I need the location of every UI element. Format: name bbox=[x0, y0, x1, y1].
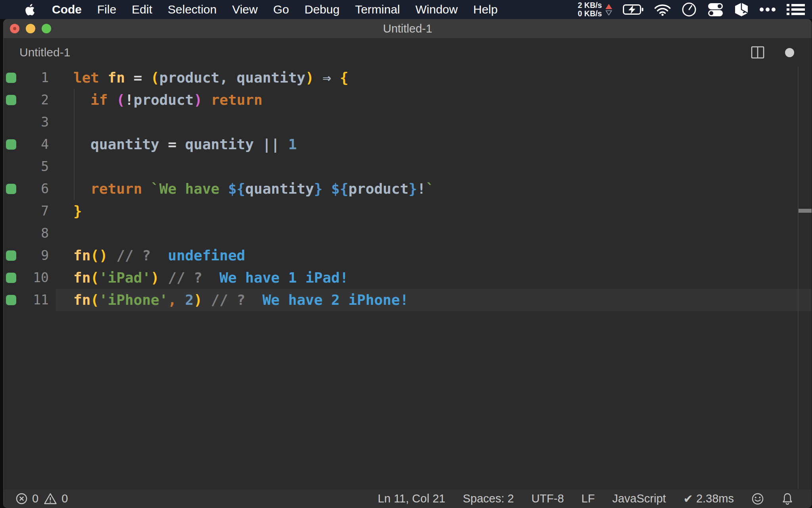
wifi-icon[interactable] bbox=[654, 4, 671, 16]
close-button[interactable] bbox=[10, 24, 19, 33]
apple-icon[interactable] bbox=[25, 3, 36, 16]
code-editor[interactable]: 1let fn = (product, quantity) ⇒ {2 if (!… bbox=[4, 67, 812, 489]
code-line-8[interactable]: 8 bbox=[4, 222, 812, 244]
eol-setting[interactable]: LF bbox=[581, 492, 595, 505]
menu-item-selection[interactable]: Selection bbox=[168, 3, 216, 16]
warning-count: 0 bbox=[61, 492, 68, 505]
open-file-label[interactable]: Untitled-1 bbox=[19, 46, 70, 59]
menu-item-terminal[interactable]: Terminal bbox=[355, 3, 400, 16]
menu-bar-status-items: 2 KB/s 0 KB/s bbox=[578, 1, 805, 18]
window-title-bar[interactable]: Untitled-1 bbox=[4, 19, 812, 38]
code-text: fn('iPhone', 2) // ? We have 2 iPhone! bbox=[73, 289, 408, 311]
encoding[interactable]: UTF-8 bbox=[531, 492, 564, 505]
list-icon[interactable] bbox=[787, 3, 805, 16]
line-number[interactable]: 5 bbox=[4, 156, 49, 178]
code-text: } bbox=[73, 200, 82, 222]
code-line-11[interactable]: 11fn('iPhone', 2) // ? We have 2 iPhone! bbox=[4, 289, 812, 311]
code-editor-window: Untitled-1 Untitled-1 1let fn = (product… bbox=[3, 19, 812, 508]
code-text: let fn = (product, quantity) ⇒ { bbox=[73, 67, 349, 89]
macos-menu-bar: CodeFileEditSelectionViewGoDebugTerminal… bbox=[0, 0, 812, 19]
code-line-6[interactable]: 6 return `We have ${quantity} ${product}… bbox=[4, 178, 812, 200]
line-number[interactable]: 1 bbox=[4, 67, 49, 89]
overflow-dots-icon[interactable] bbox=[759, 7, 776, 12]
clock-icon[interactable] bbox=[682, 2, 697, 17]
split-editor-icon[interactable] bbox=[751, 46, 764, 59]
error-circle-icon bbox=[15, 493, 28, 505]
net-upload-speed: 2 KB/s bbox=[578, 1, 602, 10]
editor-header: Untitled-1 bbox=[4, 38, 812, 67]
editor-lines: 1let fn = (product, quantity) ⇒ {2 if (!… bbox=[4, 67, 812, 311]
code-line-3[interactable]: 3 bbox=[4, 111, 812, 133]
cube-icon[interactable] bbox=[734, 2, 749, 17]
indent-guide bbox=[74, 89, 75, 200]
smiley-icon[interactable] bbox=[751, 493, 764, 505]
cursor-position[interactable]: Ln 11, Col 21 bbox=[378, 492, 445, 505]
bell-icon[interactable] bbox=[781, 492, 793, 505]
code-text: quantity = quantity || 1 bbox=[73, 133, 297, 156]
warning-triangle-icon bbox=[44, 493, 57, 505]
overview-ruler-cursor-mark[interactable] bbox=[799, 209, 812, 213]
upload-triangle-icon bbox=[605, 4, 612, 9]
code-line-1[interactable]: 1let fn = (product, quantity) ⇒ { bbox=[4, 67, 812, 89]
net-download-speed: 0 KB/s bbox=[578, 10, 602, 18]
battery-charging-icon[interactable] bbox=[623, 4, 643, 15]
code-line-10[interactable]: 10fn('iPad') // ? We have 1 iPad! bbox=[4, 267, 812, 289]
line-number[interactable]: 3 bbox=[4, 111, 49, 133]
code-line-5[interactable]: 5 bbox=[4, 156, 812, 178]
code-text: if (!product) return bbox=[73, 89, 262, 111]
overview-ruler-border bbox=[798, 67, 799, 489]
quokka-status[interactable]: ✔ 2.38ms bbox=[684, 492, 734, 506]
menu-items: CodeFileEditSelectionViewGoDebugTerminal… bbox=[52, 3, 498, 16]
menu-item-window[interactable]: Window bbox=[416, 3, 458, 16]
menu-item-help[interactable]: Help bbox=[473, 3, 498, 16]
traffic-lights bbox=[10, 19, 51, 38]
status-bar-right: Ln 11, Col 21 Spaces: 2 UTF-8 LF JavaScr… bbox=[378, 492, 793, 506]
line-number[interactable]: 8 bbox=[4, 222, 49, 244]
indentation-setting[interactable]: Spaces: 2 bbox=[463, 492, 514, 505]
line-number[interactable]: 7 bbox=[4, 200, 49, 222]
menu-item-file[interactable]: File bbox=[97, 3, 116, 16]
status-bar: 0 0 Ln 11, Col 21 Spaces: 2 UTF-8 LF Jav… bbox=[4, 489, 812, 508]
menu-item-code[interactable]: Code bbox=[52, 3, 82, 16]
unsaved-dot-icon[interactable] bbox=[785, 48, 794, 57]
line-number[interactable]: 4 bbox=[4, 133, 49, 156]
language-mode[interactable]: JavaScript bbox=[612, 492, 666, 505]
toggle-switches-icon[interactable] bbox=[707, 2, 724, 17]
menu-item-view[interactable]: View bbox=[232, 3, 257, 16]
zoom-button[interactable] bbox=[42, 24, 51, 33]
problems-indicator[interactable]: 0 0 bbox=[15, 492, 68, 505]
line-number[interactable]: 9 bbox=[4, 244, 49, 267]
menu-item-go[interactable]: Go bbox=[273, 3, 289, 16]
code-text: fn('iPad') // ? We have 1 iPad! bbox=[73, 267, 349, 289]
check-icon: ✔ bbox=[684, 492, 693, 506]
quokka-time: 2.38ms bbox=[696, 492, 734, 505]
error-count: 0 bbox=[32, 492, 38, 505]
line-number[interactable]: 6 bbox=[4, 178, 49, 200]
code-line-2[interactable]: 2 if (!product) return bbox=[4, 89, 812, 111]
code-line-4[interactable]: 4 quantity = quantity || 1 bbox=[4, 133, 812, 156]
network-speed-indicator[interactable]: 2 KB/s 0 KB/s bbox=[578, 1, 612, 18]
code-text: return `We have ${quantity} ${product}!` bbox=[73, 178, 434, 200]
line-number[interactable]: 11 bbox=[4, 289, 49, 311]
code-text: fn() // ? undefined bbox=[73, 244, 245, 267]
line-number[interactable]: 10 bbox=[4, 267, 49, 289]
line-number[interactable]: 2 bbox=[4, 89, 49, 111]
code-line-7[interactable]: 7} bbox=[4, 200, 812, 222]
screen: CodeFileEditSelectionViewGoDebugTerminal… bbox=[0, 0, 812, 508]
download-triangle-icon bbox=[605, 10, 612, 15]
menu-item-edit[interactable]: Edit bbox=[132, 3, 152, 16]
minimize-button[interactable] bbox=[26, 24, 35, 33]
menu-item-debug[interactable]: Debug bbox=[304, 3, 339, 16]
code-line-9[interactable]: 9fn() // ? undefined bbox=[4, 244, 812, 267]
window-title: Untitled-1 bbox=[383, 22, 432, 35]
